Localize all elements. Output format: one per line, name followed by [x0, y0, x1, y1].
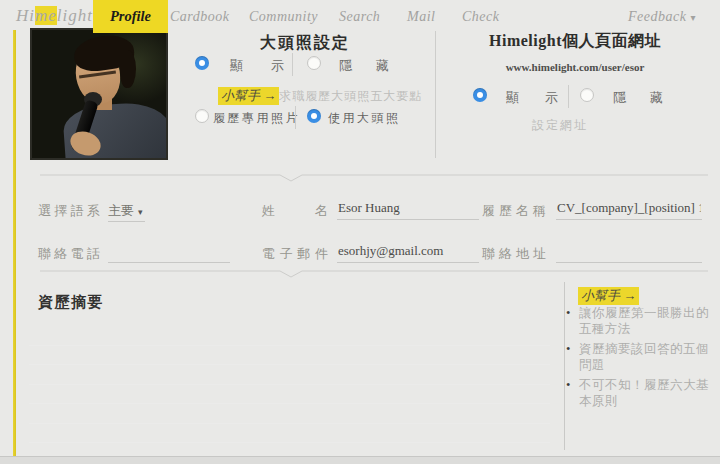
nav-item-feedback[interactable]: Feedback ▾ [628, 9, 696, 25]
radio-avatar-hide[interactable] [307, 56, 321, 70]
nav-item-cardbook[interactable]: Cardbook [170, 9, 229, 25]
rule-line [29, 345, 550, 346]
url-hide-label[interactable]: 隱藏 [613, 89, 663, 107]
rule-line [29, 364, 550, 365]
personal-url-value: www.himelight.com/user/esor [440, 61, 710, 73]
chevron-down-icon: ▾ [138, 207, 143, 217]
radio-url-hide[interactable] [580, 88, 594, 102]
helper-article-list: 讓你履歷第一眼勝出的五種方法 資歷摘要該回答的五個問題 不可不知！履歷六大基本原… [566, 305, 712, 413]
photo-hair [120, 50, 136, 88]
logo-text: light [57, 6, 93, 25]
nav-item-mail[interactable]: Mail [407, 9, 435, 25]
feedback-label: Feedback [628, 9, 686, 24]
top-section-divider [435, 31, 436, 158]
option-divider [295, 106, 296, 129]
logo-text: Hi [16, 6, 35, 25]
avatar-settings-title: 大頭照設定 [185, 33, 425, 54]
option-divider [292, 53, 293, 76]
profile-photo[interactable] [30, 28, 168, 160]
url-show-label[interactable]: 顯示 [506, 89, 558, 107]
rule-line [29, 442, 550, 443]
radio-avatar-show[interactable] [195, 56, 209, 70]
email-field[interactable] [337, 243, 479, 263]
radio-use-avatar[interactable] [307, 109, 321, 123]
phone-field[interactable] [108, 243, 230, 263]
himelight-logo[interactable]: Himelight [16, 6, 93, 26]
summary-helper-chip: 小幫手 → [578, 287, 639, 305]
rule-line [29, 423, 550, 424]
logo-highlight: me [35, 6, 57, 25]
address-field[interactable] [556, 243, 702, 263]
option-divider [568, 85, 569, 108]
language-dropdown[interactable]: 主要▾ [108, 202, 143, 220]
page-bottom-strip [0, 456, 720, 464]
email-label: 電子郵件 [262, 245, 328, 263]
helper-article-link[interactable]: 讓你履歷第一眼勝出的五種方法 [566, 305, 712, 337]
set-url-link[interactable]: 設定網址 [425, 117, 695, 134]
avatar-helper-row: 小幫手 →求職履歷大頭照五大要點 [218, 86, 422, 105]
language-value: 主要 [108, 203, 134, 218]
avatar-show-label[interactable]: 顯示 [230, 57, 284, 75]
name-field[interactable] [337, 200, 479, 220]
nav-item-community[interactable]: Community [249, 9, 318, 25]
section-divider-chevron-icon[interactable] [40, 266, 708, 278]
name-label: 姓名 [262, 202, 328, 220]
rule-line [29, 403, 550, 404]
language-label: 選擇語系 [38, 202, 100, 220]
avatar-hide-label[interactable]: 隱藏 [339, 57, 389, 75]
resume-name-label: 履歷名稱 [482, 202, 546, 220]
radio-resume-photo[interactable] [195, 109, 209, 123]
phone-label: 聯絡電話 [38, 245, 100, 263]
address-label: 聯絡地址 [482, 245, 546, 263]
avatar-helper-link[interactable]: 小幫手 → [218, 87, 279, 105]
rule-line [29, 384, 550, 385]
nav-tab-profile[interactable]: Profile [93, 0, 168, 33]
himelight-profile-page: Himelight Profile Cardbook Community Sea… [0, 0, 720, 464]
left-accent-bar [13, 30, 16, 456]
personal-url-title: Himelight個人頁面網址 [440, 31, 710, 52]
summary-title: 資歷摘要 [38, 293, 104, 312]
section-divider-chevron-icon[interactable] [40, 170, 708, 182]
resume-name-field[interactable] [556, 200, 702, 220]
language-underline [108, 221, 145, 222]
avatar-helper-text[interactable]: 求職履歷大頭照五大要點 [279, 89, 422, 103]
helper-column-divider [564, 282, 565, 450]
resume-photo-label[interactable]: 履歷專用照片 [213, 110, 300, 127]
helper-article-link[interactable]: 不可不知！履歷六大基本原則 [566, 377, 712, 409]
helper-article-link[interactable]: 資歷摘要該回答的五個問題 [566, 341, 712, 373]
radio-url-show[interactable] [473, 88, 487, 102]
nav-item-search[interactable]: Search [339, 9, 380, 25]
summary-helper-link[interactable]: 小幫手 → [578, 286, 639, 305]
use-avatar-label[interactable]: 使用大頭照 [328, 110, 401, 127]
nav-item-check[interactable]: Check [462, 9, 499, 25]
chevron-down-icon: ▾ [690, 12, 696, 23]
